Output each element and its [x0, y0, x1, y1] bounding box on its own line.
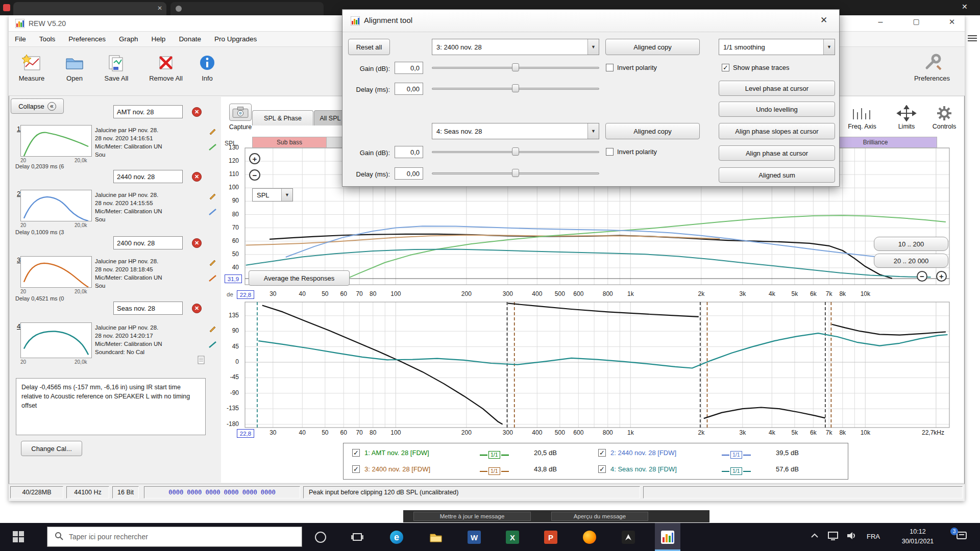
measurement-thumbnail[interactable] — [20, 125, 92, 157]
info-button[interactable]: Info — [189, 74, 225, 82]
open-button[interactable]: Open — [57, 74, 92, 82]
zoom-in-icon[interactable]: + — [249, 153, 260, 164]
trace-style-icon[interactable] — [208, 340, 217, 349]
menu-help[interactable]: Help — [152, 35, 166, 43]
trace-checkbox[interactable]: ✓ — [598, 449, 606, 457]
maximize-icon[interactable]: ▢ — [906, 17, 926, 26]
minimize-icon[interactable]: – — [870, 17, 891, 27]
task-view-icon[interactable] — [350, 530, 365, 545]
trace-checkbox[interactable]: ✓ — [598, 465, 606, 473]
zoom-out-icon[interactable]: − — [917, 271, 927, 282]
measurement-name-field[interactable]: AMT nov. 28 — [113, 105, 183, 118]
invert-polarity-checkbox-1[interactable] — [606, 64, 614, 71]
measurement-delete-icon[interactable]: ✕ — [192, 172, 202, 182]
controls-button[interactable]: Controls — [928, 123, 961, 130]
aligned-copy-button-1[interactable]: Aligned copy — [605, 39, 700, 55]
align-phase-button[interactable]: Align phase at cursor — [719, 145, 835, 161]
level-phase-button[interactable]: Level phase at cursor — [719, 81, 835, 96]
tab-spl-phase[interactable]: SPL & Phase — [252, 110, 313, 126]
background-tab[interactable]: ✕ — [13, 2, 166, 15]
limits-button[interactable]: Limits — [892, 123, 921, 130]
taskbar-search-box[interactable]: Taper ici pour rechercher — [47, 527, 302, 547]
measurement-delete-icon[interactable]: ✕ — [192, 238, 202, 248]
edit-notes-icon[interactable] — [208, 324, 217, 333]
gain-field-2[interactable]: 0,0 — [395, 146, 423, 158]
align-phase-slopes-button[interactable]: Align phase slopes at cursor — [719, 123, 835, 139]
delay-field-1[interactable]: 0,00 — [395, 83, 423, 95]
change-cal-button[interactable]: Change Cal... — [21, 441, 82, 456]
trace-style-icon[interactable] — [208, 274, 217, 283]
menu-graph[interactable]: Graph — [119, 35, 138, 43]
delay-slider-2[interactable] — [432, 168, 599, 178]
background-tab[interactable] — [170, 2, 324, 15]
edit-notes-icon[interactable] — [208, 258, 217, 266]
zoom-out-icon[interactable]: − — [249, 169, 260, 181]
cortana-icon[interactable] — [313, 530, 328, 545]
measurement-name-field[interactable]: 2400 nov. 28 — [113, 236, 183, 249]
menu-file[interactable]: File — [15, 35, 26, 43]
menu-pro-upgrades[interactable]: Pro Upgrades — [214, 35, 257, 43]
document-icon[interactable] — [197, 356, 206, 364]
measurement-delete-icon[interactable]: ✕ — [192, 304, 202, 313]
range-20-20000-button[interactable]: 20 .. 20 000 — [874, 254, 948, 268]
window-close-icon[interactable]: ✕ — [942, 17, 962, 27]
measurement-delete-icon[interactable]: ✕ — [192, 107, 202, 117]
range-10-200-button[interactable]: 10 .. 200 — [874, 237, 948, 251]
measurement-name-field[interactable]: Seas nov. 28 — [113, 302, 183, 315]
tab-close-icon[interactable]: ✕ — [157, 5, 162, 12]
display-icon[interactable] — [827, 530, 839, 542]
tray-chevron-icon[interactable] — [808, 530, 821, 542]
start-button[interactable] — [12, 531, 24, 544]
measurement-thumbnail[interactable] — [20, 322, 92, 358]
controls-gear-icon[interactable] — [935, 105, 953, 123]
speaker-icon[interactable] — [845, 530, 857, 542]
invert-polarity-checkbox-2[interactable] — [606, 148, 614, 156]
average-responses-button[interactable]: Average the Responses — [249, 270, 350, 286]
trace-style-icon[interactable] — [208, 143, 217, 152]
edit-notes-icon[interactable] — [208, 127, 217, 135]
preferences-icon[interactable] — [922, 53, 944, 72]
measurement-thumbnail[interactable] — [20, 256, 92, 288]
hamburger-menu-icon[interactable] — [968, 34, 977, 43]
dialog-titlebar[interactable] — [342, 10, 839, 32]
menu-tools[interactable]: Tools — [39, 35, 56, 43]
preferences-button[interactable]: Preferences — [912, 74, 952, 82]
reset-all-button[interactable]: Reset all — [348, 39, 390, 55]
limits-icon[interactable] — [895, 105, 918, 123]
rew-taskbar-icon[interactable] — [660, 530, 675, 545]
dialog-close-icon[interactable]: ✕ — [817, 15, 830, 28]
save-all-icon[interactable] — [105, 53, 128, 72]
measurement-name-field[interactable]: 2440 nov. 28 — [113, 170, 183, 183]
menu-donate[interactable]: Donate — [179, 35, 201, 43]
trace-checkbox[interactable]: ✓ — [352, 465, 360, 473]
gain-slider-1[interactable] — [432, 63, 599, 72]
menu-preferences[interactable]: Preferences — [68, 35, 106, 43]
spl-units-select[interactable]: SPL▼ — [252, 188, 293, 202]
language-indicator[interactable]: FRA — [867, 533, 880, 540]
gain-slider-2[interactable] — [432, 147, 599, 156]
file-explorer-icon[interactable] — [428, 530, 444, 545]
remove-all-button[interactable]: Remove All — [145, 74, 186, 82]
trace-style-icon[interactable] — [208, 208, 217, 216]
word-icon[interactable]: W — [467, 530, 482, 545]
aligned-sum-button[interactable]: Aligned sum — [719, 167, 835, 183]
smoothing-select[interactable]: 1/1 smoothing▼ — [719, 39, 835, 55]
measure-icon[interactable] — [20, 53, 43, 72]
measurement-thumbnail[interactable] — [20, 190, 92, 221]
capture-icon[interactable] — [229, 104, 252, 121]
powerpoint-icon[interactable]: P — [543, 530, 558, 545]
remove-all-icon[interactable] — [155, 53, 177, 72]
collapse-button[interactable]: Collapse « — [11, 98, 64, 114]
save-all-button[interactable]: Save All — [99, 74, 134, 82]
delay-slider-1[interactable] — [432, 84, 599, 93]
measurement-select-1[interactable]: 3: 2400 nov. 28▼ — [432, 39, 599, 55]
gain-field-1[interactable]: 0,0 — [395, 62, 423, 74]
show-phase-checkbox[interactable]: ✓ — [722, 64, 729, 71]
freq-axis-icon[interactable] — [850, 106, 873, 123]
edge-icon[interactable]: e — [389, 530, 404, 545]
edit-notes-icon[interactable] — [208, 191, 217, 200]
delay-field-2[interactable]: 0,00 — [395, 167, 423, 180]
dark-app-icon[interactable] — [621, 530, 636, 545]
measurement-select-2[interactable]: 4: Seas nov. 28▼ — [432, 123, 599, 139]
open-icon[interactable] — [63, 53, 86, 72]
